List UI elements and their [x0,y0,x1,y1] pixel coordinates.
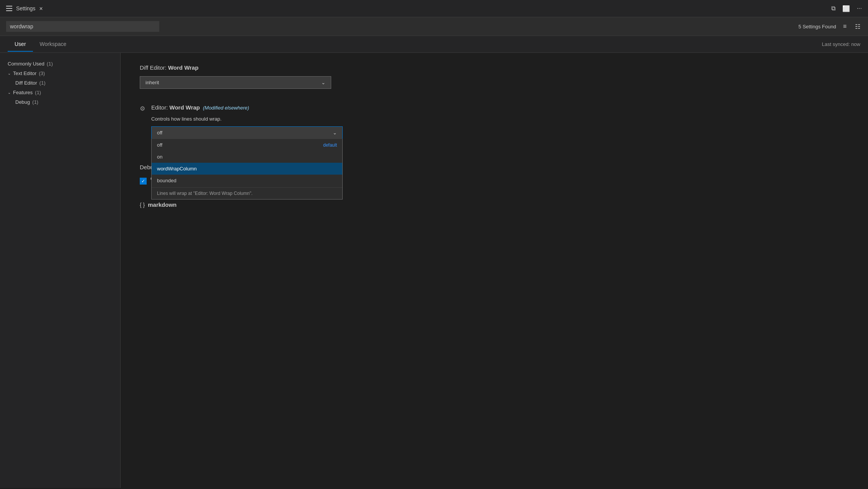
editor-title-bold: Word Wrap [170,104,200,111]
text-editor-badge: (3) [39,70,45,76]
sidebar: Commonly Used (1) ⌄ Text Editor (3) Diff… [0,53,121,488]
tabs: User Workspace [8,37,73,52]
filter-icon-btn[interactable]: ☷ [853,22,862,31]
debug-checkbox[interactable]: ✓ [140,178,147,185]
features-label: Features [13,90,33,95]
editor-word-wrap-title: Editor: Word Wrap(Modified elsewhere) [151,104,849,111]
search-count: 5 Settings Found [798,24,836,29]
debug-badge: (1) [32,99,38,105]
checkbox-check-icon: ✓ [141,178,145,184]
braces-icon: { } [140,202,145,208]
close-icon[interactable]: × [39,6,45,11]
editor-dropdown-menu: off default on wordWrapColumn bounded Li… [151,139,343,200]
diff-editor-dropdown-value: inherit [145,80,159,85]
editor-word-wrap-section: ⚙ Editor: Word Wrap(Modified elsewhere) … [140,104,849,149]
more-icon[interactable]: ··· [857,5,862,12]
editor-chevron-icon: ⌄ [333,130,337,136]
dropdown-item-bounded[interactable]: bounded [152,175,342,186]
chevron-down-icon: ⌄ [8,71,11,75]
diff-editor-title-bold: Word Wrap [168,64,198,71]
menu-icon[interactable] [6,6,12,11]
tab-workspace[interactable]: Workspace [33,37,74,52]
item-off-default: default [323,142,337,148]
tab-user[interactable]: User [8,37,33,52]
debug-label: Debug [15,99,30,105]
editor-title-prefix: Editor: [151,104,170,111]
item-off-label: off [157,142,162,148]
main-layout: Commonly Used (1) ⌄ Text Editor (3) Diff… [0,53,868,488]
title-bar-left: Settings × [6,5,45,11]
sidebar-item-debug[interactable]: Debug (1) [0,97,120,107]
title-bar-right: ⧉ ⬜ ··· [831,5,862,12]
search-meta: 5 Settings Found ≡ ☷ [798,22,862,31]
list-icon-btn[interactable]: ≡ [842,22,848,31]
sidebar-item-features[interactable]: ⌄ Features (1) [0,88,120,97]
item-bounded-label: bounded [157,178,177,183]
chevron-down-icon-2: ⌄ [8,90,11,95]
dropdown-item-wordwrapcolumn[interactable]: wordWrapColumn [152,163,342,175]
item-wordwrapcolumn-label: wordWrapColumn [157,166,197,172]
sidebar-item-commonly-used[interactable]: Commonly Used (1) [0,59,120,69]
split-icon[interactable]: ⬜ [842,5,850,12]
tabs-bar: User Workspace Last synced: now [0,36,868,53]
search-input[interactable] [6,21,159,32]
diff-editor-chevron-icon: ⌄ [321,80,325,85]
sidebar-item-diff-editor[interactable]: Diff Editor (1) [0,78,120,88]
editor-dropdown-value: off [157,130,162,136]
title-bar: Settings × ⧉ ⬜ ··· [0,0,868,17]
settings-title: Settings [16,5,36,11]
markdown-title: { } markdown [140,201,849,208]
last-synced: Last synced: now [822,41,860,47]
editor-word-wrap-content: Editor: Word Wrap(Modified elsewhere) Co… [151,104,849,149]
dropdown-description: Lines will wrap at "Editor: Word Wrap Co… [152,187,342,199]
diff-editor-title-prefix: Diff Editor: [140,64,168,71]
diff-editor-dropdown-btn[interactable]: inherit ⌄ [140,76,331,89]
copy-icon[interactable]: ⧉ [831,5,835,12]
markdown-bold: markdown [148,201,177,208]
features-badge: (1) [35,90,41,95]
editor-modified-label: (Modified elsewhere) [203,105,249,111]
sidebar-item-text-editor[interactable]: ⌄ Text Editor (3) [0,69,120,78]
gear-icon[interactable]: ⚙ [140,105,145,112]
editor-dropdown-btn[interactable]: off ⌄ [151,126,343,139]
diff-editor-dropdown: inherit ⌄ [140,76,331,89]
markdown-section: { } markdown [140,201,849,208]
diff-editor-title: Diff Editor: Word Wrap [140,64,849,71]
dropdown-item-off[interactable]: off default [152,139,342,151]
diff-editor-badge: (1) [39,80,46,86]
commonly-used-badge: (1) [47,61,53,67]
search-bar: 5 Settings Found ≡ ☷ [0,17,868,36]
editor-word-wrap-dropdown: off ⌄ off default on wordWrapColumn [151,126,343,139]
diff-editor-label: Diff Editor [15,80,37,86]
diff-editor-word-wrap-section: Diff Editor: Word Wrap inherit ⌄ [140,64,849,89]
text-editor-label: Text Editor [13,70,36,76]
dropdown-item-on[interactable]: on [152,151,342,163]
editor-word-wrap-desc: Controls how lines should wrap. [151,116,849,122]
commonly-used-label: Commonly Used [8,61,44,67]
item-on-label: on [157,154,162,160]
content-area: Diff Editor: Word Wrap inherit ⌄ ⚙ Edito… [121,53,868,488]
